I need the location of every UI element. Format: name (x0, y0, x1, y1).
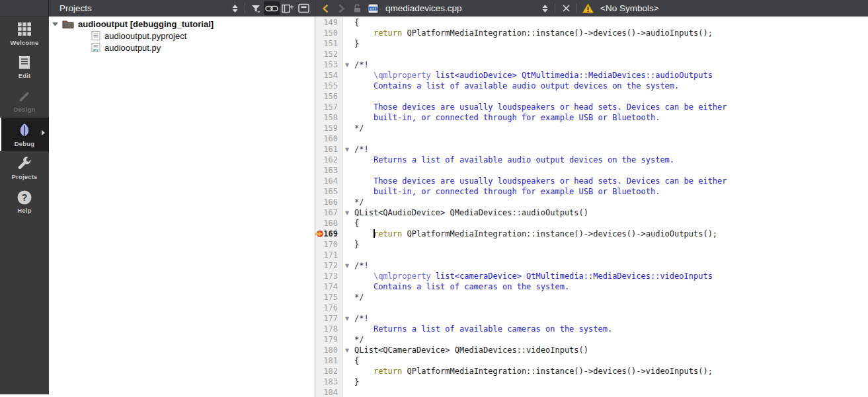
code-line[interactable]: 152 (315, 49, 868, 59)
code-line[interactable]: 178 Returns a list of available cameras … (315, 324, 868, 334)
code-text[interactable]: Those devices are usually loudspeakers o… (354, 176, 727, 186)
line-number-gutter[interactable]: 179 (315, 334, 343, 345)
code-line[interactable]: 169 return QPlatformMediaIntegration::in… (315, 229, 868, 239)
line-number-gutter[interactable]: 160 (315, 133, 343, 144)
code-line[interactable]: 183} (315, 377, 868, 387)
code-text[interactable]: */ (354, 292, 364, 303)
fold-marker-icon[interactable]: ▼ (345, 60, 349, 71)
line-number-gutter[interactable]: 157 (315, 102, 343, 112)
line-number-gutter[interactable]: 182 (315, 366, 343, 377)
line-number-gutter[interactable]: 151 (315, 38, 343, 49)
code-text[interactable]: { (354, 218, 359, 229)
code-text[interactable]: \qmlproperty list<cameraDevice> QtMultim… (354, 271, 713, 281)
code-line[interactable]: 168{ (315, 218, 868, 229)
code-line[interactable]: 157 Those devices are usually loudspeake… (315, 102, 868, 112)
code-text[interactable]: /*! (354, 260, 369, 271)
code-line[interactable]: 164 Those devices are usually loudspeake… (315, 176, 868, 186)
line-number-gutter[interactable]: 175 (315, 292, 343, 303)
code-text[interactable]: */ (354, 197, 364, 207)
code-text[interactable]: Contains a list of cameras on the system… (354, 281, 569, 292)
line-number-gutter[interactable]: 171 (315, 250, 343, 260)
code-text[interactable]: } (354, 38, 359, 49)
code-line[interactable]: 160 (315, 133, 868, 144)
line-number-gutter[interactable]: 156 (315, 91, 343, 102)
code-line[interactable]: 180▼QList<QCameraDevice> QMediaDevices::… (315, 345, 868, 355)
line-number-gutter[interactable]: 169 (315, 229, 343, 239)
synchronize-with-editor-button[interactable] (264, 1, 280, 15)
go-back-button[interactable] (317, 1, 333, 15)
line-number-gutter[interactable]: 163 (315, 165, 343, 176)
code-text[interactable]: QList<QAudioDevice> QMediaDevices::audio… (354, 207, 588, 218)
projects-pane-selector[interactable]: Projects (49, 0, 242, 17)
code-text[interactable]: { (354, 17, 359, 28)
code-editor[interactable]: 149{150 return QPlatformMediaIntegration… (315, 17, 868, 397)
code-line[interactable]: 165 built-in, or connected through for e… (315, 186, 868, 197)
line-number-gutter[interactable]: 183 (315, 377, 343, 387)
code-line[interactable]: 153▼/*! (315, 59, 868, 70)
breakpoint-icon[interactable] (317, 231, 323, 237)
line-number-gutter[interactable]: 178 (315, 324, 343, 334)
mode-welcome[interactable]: Welcome (0, 17, 49, 50)
code-text[interactable]: built-in, or connected through for examp… (354, 112, 660, 123)
code-line[interactable]: 170} (315, 239, 868, 250)
code-text[interactable]: return QPlatformMediaIntegration::instan… (354, 229, 717, 239)
line-number-gutter[interactable]: 149 (315, 17, 343, 28)
code-text[interactable]: Those devices are usually loudspeakers o… (354, 102, 727, 112)
tree-item-pyproject-file[interactable]: audiooutput.pyproject (49, 30, 315, 42)
fold-marker-icon[interactable]: ▼ (345, 345, 349, 356)
line-number-gutter[interactable]: 164 (315, 176, 343, 186)
code-text[interactable]: \qmlproperty list<audioDevice> QtMultime… (354, 70, 713, 81)
file-lock-button[interactable] (349, 1, 365, 15)
code-text[interactable]: /*! (354, 313, 369, 324)
code-text[interactable]: /*! (354, 144, 369, 155)
code-line[interactable]: 175*/ (315, 292, 868, 303)
tree-item-python-file[interactable]: PY audiooutput.py (49, 42, 315, 54)
line-number-gutter[interactable]: 168 (315, 218, 343, 229)
code-line[interactable]: 184 (315, 387, 868, 397)
line-number-gutter[interactable]: 184 (315, 387, 343, 397)
code-line[interactable]: 179*/ (315, 334, 868, 345)
mode-debug[interactable]: Debug (0, 118, 49, 151)
code-line[interactable]: 174 Contains a list of cameras on the sy… (315, 281, 868, 292)
code-text[interactable]: Returns a list of available cameras on t… (354, 324, 612, 334)
code-line[interactable]: 181{ (315, 355, 868, 366)
line-number-gutter[interactable]: 150 (315, 28, 343, 38)
line-number-gutter[interactable]: 173 (315, 271, 343, 281)
code-line[interactable]: 172▼/*! (315, 260, 868, 271)
code-line[interactable]: 182 return QPlatformMediaIntegration::in… (315, 366, 868, 377)
code-text[interactable]: return QPlatformMediaIntegration::instan… (354, 366, 713, 377)
mode-projects[interactable]: Projects (0, 151, 49, 185)
line-number-gutter[interactable]: 161 (315, 144, 343, 155)
code-line[interactable]: 177▼/*! (315, 313, 868, 324)
code-text[interactable]: } (354, 377, 359, 387)
code-line[interactable]: 166*/ (315, 197, 868, 207)
fold-marker-icon[interactable]: ▼ (345, 314, 349, 324)
code-text[interactable]: Contains a list of available audio outpu… (354, 81, 679, 91)
symbol-selector[interactable]: <No Symbols> (600, 0, 659, 17)
fold-marker-icon[interactable]: ▼ (345, 208, 349, 219)
line-number-gutter[interactable]: 155 (315, 81, 343, 91)
fold-marker-icon[interactable]: ▼ (345, 145, 349, 155)
line-number-gutter[interactable]: 174 (315, 281, 343, 292)
line-number-gutter[interactable]: 162 (315, 155, 343, 165)
fold-marker-icon[interactable]: ▼ (345, 261, 349, 271)
line-number-gutter[interactable]: 158 (315, 112, 343, 123)
code-line[interactable]: 156 (315, 91, 868, 102)
line-number-gutter[interactable]: 181 (315, 355, 343, 366)
code-text[interactable]: built-in, or connected through for examp… (354, 186, 660, 197)
mode-edit[interactable]: Edit (0, 50, 49, 84)
line-number-gutter[interactable]: 167 (315, 207, 343, 218)
code-line[interactable]: 176 (315, 303, 868, 313)
line-number-gutter[interactable]: 152 (315, 49, 343, 59)
close-document-button[interactable] (558, 1, 574, 15)
line-number-gutter[interactable]: 170 (315, 239, 343, 250)
expander-icon[interactable] (52, 22, 58, 26)
code-line[interactable]: 173 \qmlproperty list<cameraDevice> QtMu… (315, 271, 868, 281)
code-text[interactable]: Returns a list of available audio output… (354, 155, 674, 165)
line-number-gutter[interactable]: 153 (315, 59, 343, 70)
line-number-gutter[interactable]: 177 (315, 313, 343, 324)
line-number-gutter[interactable]: 166 (315, 197, 343, 207)
line-number-gutter[interactable]: 159 (315, 123, 343, 133)
line-number-gutter[interactable]: 172 (315, 260, 343, 271)
code-text[interactable]: /*! (354, 59, 369, 70)
